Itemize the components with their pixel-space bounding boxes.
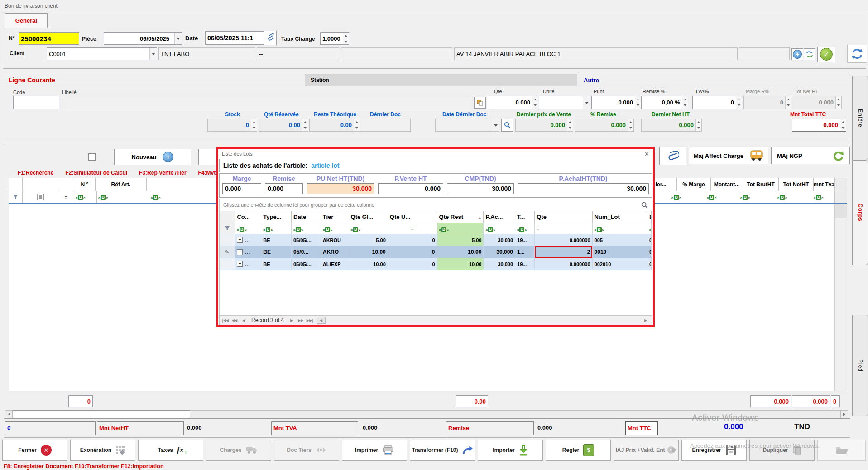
fermer-button[interactable]: Fermer✕ [2, 440, 67, 461]
col-tot-net[interactable]: Tot NetHT [779, 178, 814, 191]
col-mnt-tva[interactable]: mnt Tva [814, 178, 835, 191]
line-checkbox[interactable] [88, 153, 96, 161]
sync-button[interactable] [847, 45, 867, 63]
attach-button[interactable] [264, 31, 277, 45]
filter-montant[interactable] [705, 191, 739, 203]
tva-spinner[interactable] [736, 96, 742, 109]
nav-prev-icon[interactable]: ◀ [240, 317, 248, 323]
nav-next-icon[interactable]: ▶ [288, 317, 296, 323]
filter-funnel-cell[interactable] [9, 191, 23, 203]
nav-next-page-icon[interactable]: ▶▶ [297, 317, 305, 323]
attachment-button[interactable] [659, 147, 686, 165]
doc-tiers-button[interactable]: Doc Tiers [274, 440, 339, 461]
refresh-client-button[interactable] [804, 48, 815, 60]
tab-general[interactable]: Général [5, 13, 48, 28]
maj-affect-charge-button[interactable]: Maj Affect Charge [689, 147, 768, 164]
chevron-down-icon[interactable] [174, 33, 182, 44]
qte-edit-cell[interactable]: 2 [535, 246, 592, 258]
col-marge[interactable]: % Marge [677, 178, 711, 191]
stat-p-vente-value[interactable]: 0.000 [378, 183, 443, 194]
date-short-field[interactable]: 06/05/2025 [138, 32, 182, 45]
col-ref-art[interactable]: Réf Art. [96, 178, 147, 191]
lot-col-type[interactable]: Type... [261, 211, 292, 223]
transformer-button[interactable]: Transformer (F10) [410, 440, 475, 461]
lot-row-3[interactable]: BE 05/05/... ALIEXP 10.00 0 10.00 30.000… [220, 258, 652, 270]
filter-mnt-tva[interactable] [812, 191, 835, 203]
stat-marge-value[interactable]: 0.000 [222, 183, 261, 194]
libelle-input[interactable] [62, 96, 472, 109]
horizontal-scrollbar[interactable] [5, 410, 848, 418]
regler-button[interactable]: Regler$ [546, 440, 611, 461]
nav-scroll-left-icon[interactable]: ◀ [317, 317, 326, 324]
filter-marge[interactable] [670, 191, 705, 203]
remise-input[interactable]: 0,00 % [641, 96, 688, 109]
unite-combo[interactable] [539, 96, 590, 109]
filter-no[interactable] [74, 191, 97, 203]
lot-col-co[interactable]: Co... [235, 211, 261, 223]
lot-col-t[interactable]: T... [515, 211, 535, 223]
lot-col-qte-gl[interactable]: Qte Gl... [349, 211, 388, 223]
expand-icon[interactable] [237, 249, 243, 255]
tab-corps[interactable]: Corps [852, 160, 868, 265]
nav-prev-page-icon[interactable]: ◀◀ [230, 317, 239, 323]
maj-ngp-button[interactable]: MAj NGP [771, 147, 850, 164]
ellipsis-icon[interactable] [245, 237, 250, 243]
search-price-button[interactable] [501, 119, 513, 132]
filter-tot-net[interactable] [776, 191, 812, 203]
lot-col-num-lot[interactable]: Num_Lot [593, 211, 647, 223]
chevron-down-icon[interactable] [492, 119, 499, 131]
lot-filter-funnel[interactable] [220, 223, 235, 234]
puht-input[interactable]: 0.000 [591, 96, 641, 109]
stat-cmp-value[interactable]: 30.000 [447, 183, 514, 194]
tab-entete[interactable]: Entéte [852, 76, 868, 160]
expand-icon[interactable] [237, 237, 243, 243]
chevron-down-icon[interactable] [149, 48, 157, 60]
search-icon[interactable] [641, 202, 648, 209]
vertical-scrollbar[interactable] [834, 204, 847, 391]
lot-filter-qte-gl[interactable] [349, 223, 388, 234]
lot-col-qte-u[interactable]: Qte U... [388, 211, 437, 223]
lot-filter-qte[interactable] [535, 223, 592, 234]
add-client-button[interactable] [791, 48, 803, 60]
lot-row-2-selected[interactable]: BE 05/0... AKRO 10.00 0 10.00 30.000 1..… [220, 246, 652, 258]
lot-filter-qte-u[interactable] [388, 223, 437, 234]
ellipsis-icon[interactable] [245, 249, 250, 255]
document-number-field[interactable]: 25000234 [19, 32, 79, 45]
client-code-combo[interactable]: C0001 [47, 47, 157, 60]
code-input[interactable] [13, 96, 59, 109]
stat-remise-value[interactable]: 0.000 [265, 183, 303, 194]
charges-button[interactable]: Charges [206, 440, 271, 461]
validate-button[interactable] [817, 47, 835, 62]
article-lookup-button[interactable] [474, 97, 486, 109]
taux-spinner[interactable] [343, 33, 349, 44]
scroll-right-arrow[interactable] [840, 411, 848, 418]
col-montant[interactable]: Montant... [711, 178, 743, 191]
lot-filter-co[interactable] [235, 223, 261, 234]
lot-col-p-ac[interactable]: P.Ac... [484, 211, 515, 223]
lot-filter-num-lot[interactable] [593, 223, 647, 234]
tab-station[interactable]: Station [305, 74, 577, 86]
date-dernier-doc-combo[interactable] [435, 119, 499, 132]
lot-filter-date[interactable] [292, 223, 321, 234]
iaj-prix-button[interactable]: IAJ Prix +Valid. Ent [614, 440, 679, 461]
filter-tot-brut[interactable] [739, 191, 776, 203]
tab-pied[interactable]: Pied [852, 315, 868, 416]
scroll-left-arrow[interactable] [5, 411, 13, 418]
lot-filter-qte-rest[interactable] [437, 223, 484, 234]
col-tot-brut[interactable]: Tot BrutHT [743, 178, 779, 191]
lot-col-qte-rest[interactable]: Qte Rest [437, 211, 484, 223]
filter-eq-cell[interactable] [58, 191, 74, 203]
lot-filter-t[interactable] [515, 223, 535, 234]
modal-group-bar[interactable]: Glissez une en-tête de colonne ici pour … [219, 199, 652, 211]
nav-scroll-right-icon[interactable]: ▶ [642, 317, 650, 323]
dupliquer-button[interactable]: Dupliquer [749, 440, 815, 461]
article-link[interactable]: article lot [311, 162, 339, 169]
exoneration-button[interactable]: Exonération [70, 440, 135, 461]
lot-col-qte[interactable]: Qte [535, 211, 592, 223]
chevron-down-icon[interactable] [583, 96, 590, 109]
lot-filter-tier[interactable] [321, 223, 349, 234]
stat-p-achat-value[interactable]: 30.000 [518, 183, 649, 194]
tab-autre[interactable]: Autre [576, 74, 850, 86]
nav-first-icon[interactable]: |◀◀ [221, 317, 230, 323]
filter-check-cell[interactable] [23, 191, 58, 203]
